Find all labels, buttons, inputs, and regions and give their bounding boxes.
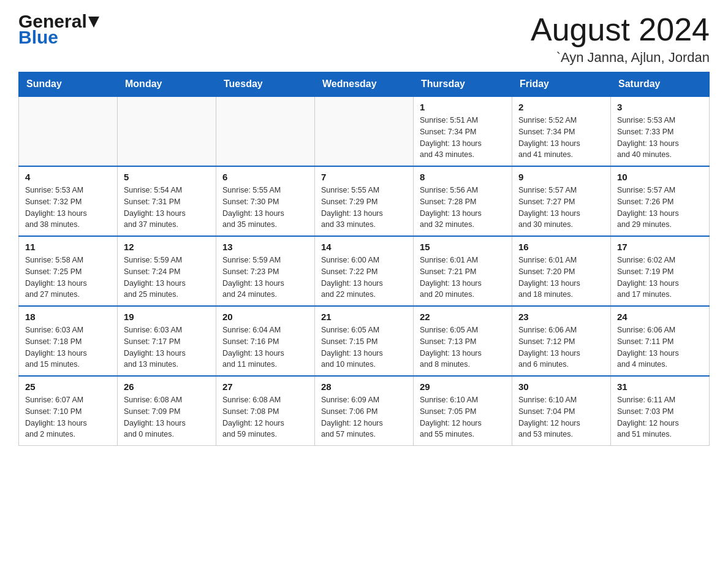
month-year-title: August 2024 [531, 12, 710, 47]
day-info: Sunrise: 5:54 AM Sunset: 7:31 PM Dayligh… [124, 185, 210, 231]
calendar-cell: 19Sunrise: 6:03 AM Sunset: 7:17 PM Dayli… [118, 306, 216, 376]
calendar-cell: 16Sunrise: 6:01 AM Sunset: 7:20 PM Dayli… [512, 236, 611, 306]
day-info: Sunrise: 5:58 AM Sunset: 7:25 PM Dayligh… [25, 255, 111, 301]
day-info: Sunrise: 5:56 AM Sunset: 7:28 PM Dayligh… [420, 185, 506, 231]
day-number: 17 [617, 242, 703, 252]
day-number: 22 [420, 312, 506, 322]
day-number: 13 [222, 242, 308, 252]
title-block: August 2024 `Ayn Janna, Ajlun, Jordan [531, 12, 710, 66]
calendar-cell: 28Sunrise: 6:09 AM Sunset: 7:06 PM Dayli… [315, 376, 414, 446]
day-info: Sunrise: 5:51 AM Sunset: 7:34 PM Dayligh… [420, 115, 506, 161]
day-info: Sunrise: 6:06 AM Sunset: 7:12 PM Dayligh… [518, 324, 604, 370]
day-number: 8 [420, 172, 506, 182]
calendar-cell [315, 96, 414, 166]
day-number: 26 [124, 381, 210, 392]
day-number: 23 [518, 312, 604, 322]
calendar-cell: 29Sunrise: 6:10 AM Sunset: 7:05 PM Dayli… [414, 376, 512, 446]
day-info: Sunrise: 5:57 AM Sunset: 7:26 PM Dayligh… [617, 185, 703, 231]
day-info: Sunrise: 6:03 AM Sunset: 7:17 PM Dayligh… [124, 324, 210, 370]
day-info: Sunrise: 5:53 AM Sunset: 7:32 PM Dayligh… [25, 185, 111, 231]
calendar-cell: 9Sunrise: 5:57 AM Sunset: 7:27 PM Daylig… [512, 166, 611, 236]
day-number: 10 [617, 172, 703, 182]
day-info: Sunrise: 6:02 AM Sunset: 7:19 PM Dayligh… [617, 255, 703, 301]
header-tuesday: Tuesday [216, 72, 315, 97]
calendar-table: Sunday Monday Tuesday Wednesday Thursday… [18, 72, 710, 446]
day-info: Sunrise: 6:05 AM Sunset: 7:13 PM Dayligh… [420, 324, 506, 370]
calendar-cell: 13Sunrise: 5:59 AM Sunset: 7:23 PM Dayli… [216, 236, 315, 306]
day-number: 30 [518, 381, 604, 392]
calendar-cell: 8Sunrise: 5:56 AM Sunset: 7:28 PM Daylig… [414, 166, 512, 236]
svg-marker-0 [88, 17, 99, 28]
calendar-cell [19, 96, 118, 166]
day-number: 12 [124, 242, 210, 252]
calendar-cell: 15Sunrise: 6:01 AM Sunset: 7:21 PM Dayli… [414, 236, 512, 306]
calendar-cell: 26Sunrise: 6:08 AM Sunset: 7:09 PM Dayli… [118, 376, 216, 446]
day-number: 2 [518, 102, 604, 112]
day-info: Sunrise: 5:55 AM Sunset: 7:29 PM Dayligh… [321, 185, 407, 231]
day-number: 21 [321, 312, 407, 322]
day-info: Sunrise: 5:53 AM Sunset: 7:33 PM Dayligh… [617, 115, 703, 161]
day-info: Sunrise: 6:08 AM Sunset: 7:08 PM Dayligh… [222, 394, 308, 440]
calendar-cell: 1Sunrise: 5:51 AM Sunset: 7:34 PM Daylig… [414, 96, 512, 166]
logo-blue-text: Blue [18, 28, 99, 47]
day-info: Sunrise: 6:10 AM Sunset: 7:04 PM Dayligh… [518, 394, 604, 440]
day-info: Sunrise: 6:03 AM Sunset: 7:18 PM Dayligh… [25, 324, 111, 370]
day-info: Sunrise: 6:10 AM Sunset: 7:05 PM Dayligh… [420, 394, 506, 440]
calendar-cell: 21Sunrise: 6:05 AM Sunset: 7:15 PM Dayli… [315, 306, 414, 376]
calendar-cell: 2Sunrise: 5:52 AM Sunset: 7:34 PM Daylig… [512, 96, 611, 166]
day-info: Sunrise: 6:07 AM Sunset: 7:10 PM Dayligh… [25, 394, 111, 440]
calendar-cell: 14Sunrise: 6:00 AM Sunset: 7:22 PM Dayli… [315, 236, 414, 306]
calendar-cell: 27Sunrise: 6:08 AM Sunset: 7:08 PM Dayli… [216, 376, 315, 446]
day-info: Sunrise: 6:01 AM Sunset: 7:21 PM Dayligh… [420, 255, 506, 301]
day-info: Sunrise: 6:04 AM Sunset: 7:16 PM Dayligh… [222, 324, 308, 370]
header-saturday: Saturday [611, 72, 710, 97]
day-number: 27 [222, 381, 308, 392]
day-number: 19 [124, 312, 210, 322]
header-thursday: Thursday [414, 72, 512, 97]
calendar-cell: 11Sunrise: 5:58 AM Sunset: 7:25 PM Dayli… [19, 236, 118, 306]
day-info: Sunrise: 5:52 AM Sunset: 7:34 PM Dayligh… [518, 115, 604, 161]
calendar-cell: 23Sunrise: 6:06 AM Sunset: 7:12 PM Dayli… [512, 306, 611, 376]
calendar-cell: 20Sunrise: 6:04 AM Sunset: 7:16 PM Dayli… [216, 306, 315, 376]
calendar-cell [216, 96, 315, 166]
day-info: Sunrise: 6:01 AM Sunset: 7:20 PM Dayligh… [518, 255, 604, 301]
calendar-cell: 12Sunrise: 5:59 AM Sunset: 7:24 PM Dayli… [118, 236, 216, 306]
calendar-cell: 7Sunrise: 5:55 AM Sunset: 7:29 PM Daylig… [315, 166, 414, 236]
day-number: 29 [420, 381, 506, 392]
day-number: 18 [25, 312, 111, 322]
calendar-cell: 6Sunrise: 5:55 AM Sunset: 7:30 PM Daylig… [216, 166, 315, 236]
calendar-cell: 5Sunrise: 5:54 AM Sunset: 7:31 PM Daylig… [118, 166, 216, 236]
calendar-cell: 31Sunrise: 6:11 AM Sunset: 7:03 PM Dayli… [611, 376, 710, 446]
calendar-cell: 18Sunrise: 6:03 AM Sunset: 7:18 PM Dayli… [19, 306, 118, 376]
day-number: 1 [420, 102, 506, 112]
day-number: 5 [124, 172, 210, 182]
weekday-header-row: Sunday Monday Tuesday Wednesday Thursday… [19, 72, 710, 97]
day-info: Sunrise: 6:06 AM Sunset: 7:11 PM Dayligh… [617, 324, 703, 370]
page-header: General Blue August 2024 `Ayn Janna, Ajl… [18, 12, 710, 66]
day-info: Sunrise: 5:55 AM Sunset: 7:30 PM Dayligh… [222, 185, 308, 231]
location-subtitle: `Ayn Janna, Ajlun, Jordan [531, 50, 710, 66]
header-sunday: Sunday [19, 72, 118, 97]
header-friday: Friday [512, 72, 611, 97]
day-number: 15 [420, 242, 506, 252]
day-number: 25 [25, 381, 111, 392]
week-row-1: 1Sunrise: 5:51 AM Sunset: 7:34 PM Daylig… [19, 96, 710, 166]
calendar-cell: 30Sunrise: 6:10 AM Sunset: 7:04 PM Dayli… [512, 376, 611, 446]
day-number: 9 [518, 172, 604, 182]
day-info: Sunrise: 6:05 AM Sunset: 7:15 PM Dayligh… [321, 324, 407, 370]
header-monday: Monday [118, 72, 216, 97]
day-number: 14 [321, 242, 407, 252]
calendar-cell [118, 96, 216, 166]
day-number: 31 [617, 381, 703, 392]
calendar-cell: 3Sunrise: 5:53 AM Sunset: 7:33 PM Daylig… [611, 96, 710, 166]
calendar-cell: 10Sunrise: 5:57 AM Sunset: 7:26 PM Dayli… [611, 166, 710, 236]
week-row-2: 4Sunrise: 5:53 AM Sunset: 7:32 PM Daylig… [19, 166, 710, 236]
week-row-4: 18Sunrise: 6:03 AM Sunset: 7:18 PM Dayli… [19, 306, 710, 376]
day-info: Sunrise: 6:11 AM Sunset: 7:03 PM Dayligh… [617, 394, 703, 440]
calendar-cell: 22Sunrise: 6:05 AM Sunset: 7:13 PM Dayli… [414, 306, 512, 376]
day-number: 28 [321, 381, 407, 392]
day-number: 24 [617, 312, 703, 322]
day-number: 3 [617, 102, 703, 112]
day-info: Sunrise: 6:00 AM Sunset: 7:22 PM Dayligh… [321, 255, 407, 301]
week-row-5: 25Sunrise: 6:07 AM Sunset: 7:10 PM Dayli… [19, 376, 710, 446]
